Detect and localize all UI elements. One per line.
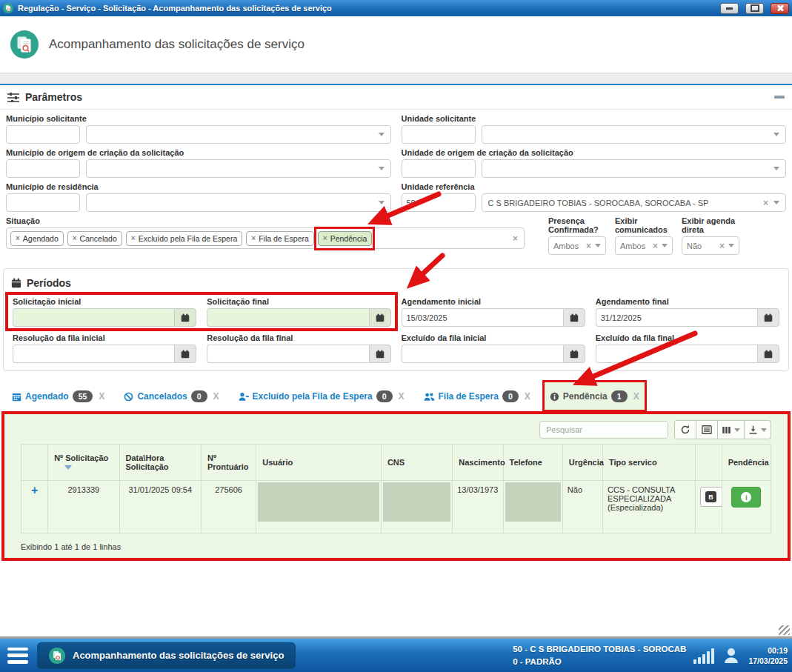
refresh-button[interactable] xyxy=(674,420,696,439)
collapse-minus-icon[interactable] xyxy=(774,96,785,99)
column-header-prontuario[interactable]: Nº Prontuário xyxy=(201,445,256,481)
menu-button[interactable] xyxy=(4,646,31,665)
taskbar-item-active[interactable]: Acompanhamento das solicitações de servi… xyxy=(37,642,296,669)
clear-icon[interactable]: × xyxy=(763,199,768,207)
tab-agendado[interactable]: Agendado 55 X xyxy=(6,382,110,411)
calendar-button[interactable] xyxy=(174,308,196,327)
calendar-button[interactable] xyxy=(757,308,779,327)
excluido-fila-inicial-input[interactable] xyxy=(402,345,563,363)
municipio-solicitante-code-input[interactable] xyxy=(6,125,80,144)
time: 00:19 xyxy=(748,645,788,656)
column-header-urgencia[interactable]: Urgência xyxy=(562,445,602,481)
resolucao-fila-final-input[interactable] xyxy=(207,345,368,363)
cell-data-hora: 31/01/2025 09:54 xyxy=(119,481,201,533)
situacao-chip-agendado[interactable]: ×Agendado xyxy=(10,231,64,246)
maximize-button[interactable] xyxy=(745,3,764,14)
chevron-down-icon xyxy=(379,201,385,204)
clear-icon[interactable]: × xyxy=(586,242,591,250)
tab-close-icon[interactable]: X xyxy=(213,391,219,402)
window-title: Regulação - Serviço - Solicitação - Acom… xyxy=(18,4,713,13)
empty-area xyxy=(0,561,792,641)
user-icon[interactable] xyxy=(722,646,741,665)
column-header-cns[interactable]: CNS xyxy=(381,445,452,481)
tab-close-icon[interactable]: X xyxy=(99,391,104,402)
exibir-comunicados-select[interactable]: Ambos × xyxy=(615,236,673,255)
municipio-origem-select[interactable] xyxy=(86,159,391,178)
redacted-telefone xyxy=(505,482,561,522)
search-input[interactable] xyxy=(539,421,668,439)
close-button[interactable] xyxy=(771,3,789,14)
column-header-data-hora[interactable]: Data\Hora Solicitação xyxy=(119,445,201,481)
calendar-button[interactable] xyxy=(563,308,585,327)
situacao-chip-pendencia[interactable]: ×Pendência xyxy=(318,231,372,246)
remove-tag-icon[interactable]: × xyxy=(16,234,20,242)
agendamento-final-label: Agendamento final xyxy=(596,297,779,307)
chevron-down-icon xyxy=(728,244,734,247)
unidade-solicitante-select[interactable] xyxy=(482,125,787,144)
presenca-confirmada-select[interactable]: Ambos × xyxy=(548,236,606,255)
agendamento-inicial-input[interactable] xyxy=(402,308,563,327)
column-header-tipo-servico[interactable]: Tipo servico xyxy=(603,445,695,481)
sort-desc-icon[interactable] xyxy=(64,465,72,470)
unidade-solicitante-code-input[interactable] xyxy=(402,125,476,144)
remove-tag-icon[interactable]: × xyxy=(323,234,327,242)
calendar-button[interactable] xyxy=(563,345,585,363)
excluido-fila-final-input[interactable] xyxy=(596,345,757,363)
calendar-button[interactable] xyxy=(757,345,779,363)
close-icon xyxy=(776,4,784,12)
export-button[interactable] xyxy=(744,420,771,439)
tab-cancelados[interactable]: Cancelados 0 X xyxy=(118,382,224,411)
periodos-title: Períodos xyxy=(27,277,71,289)
remove-tag-icon[interactable]: × xyxy=(73,234,77,242)
column-header-usuario[interactable]: Usuário xyxy=(256,445,382,481)
tab-fila-de-espera[interactable]: Fila de Espera 0 X xyxy=(418,382,536,411)
column-header-pendencia[interactable]: Pendência xyxy=(722,445,771,481)
situacao-multiselect[interactable]: ×Agendado ×Cancelado ×Excluído pela Fila… xyxy=(6,227,525,249)
tab-close-icon[interactable]: X xyxy=(525,391,530,402)
tab-close-icon[interactable]: X xyxy=(399,391,405,402)
clear-icon[interactable]: × xyxy=(653,242,658,250)
agendamento-final-input[interactable] xyxy=(596,308,757,327)
result-tabs: Agendado 55 X Cancelados 0 X Excluído pe… xyxy=(0,382,792,411)
resize-grip[interactable] xyxy=(779,625,790,635)
columns-button[interactable] xyxy=(717,420,745,439)
tab-pendencia[interactable]: Pendência 1 X xyxy=(544,382,645,411)
municipio-solicitante-select[interactable] xyxy=(86,125,391,144)
tab-excluido-fila-espera[interactable]: Excluído pela Fila de Espera 0 X xyxy=(233,382,410,411)
column-header-telefone[interactable]: Telefone xyxy=(503,445,562,481)
toggle-view-button[interactable] xyxy=(696,420,718,439)
minimize-button[interactable] xyxy=(720,3,739,14)
situacao-chip-excluido[interactable]: ×Excluído pela Fila de Espera xyxy=(126,231,243,246)
clear-all-icon[interactable]: × xyxy=(513,234,518,243)
column-header-nascimento[interactable]: Nascimento xyxy=(453,445,503,481)
clear-icon[interactable]: × xyxy=(719,242,725,250)
tab-close-icon[interactable]: X xyxy=(633,391,639,402)
filter-sliders-icon xyxy=(7,92,19,102)
calendar-button[interactable] xyxy=(174,345,196,363)
exibir-agenda-direta-select[interactable]: Não × xyxy=(682,236,739,255)
unidade-referencia-code-input[interactable] xyxy=(402,193,476,212)
unidade-origem-code-input[interactable] xyxy=(402,159,476,178)
situacao-chip-fila[interactable]: ×Fila de Espera xyxy=(246,231,314,246)
signal-bars-icon xyxy=(693,648,714,664)
unidade-referencia-select[interactable]: C S BRIGADEIRO TOBIAS - SOROCABA, SOROCA… xyxy=(482,193,787,212)
pendencia-info-button[interactable]: i xyxy=(731,487,761,508)
calendar-button[interactable] xyxy=(369,345,391,363)
resolucao-fila-inicial-input[interactable] xyxy=(13,345,174,363)
municipio-origem-code-input[interactable] xyxy=(6,159,80,178)
tab-count-badge: 1 xyxy=(611,390,628,402)
unidade-origem-select[interactable] xyxy=(482,159,787,178)
municipio-residencia-code-input[interactable] xyxy=(6,193,80,212)
calendar-button[interactable] xyxy=(369,308,391,327)
column-header-solicitacao[interactable]: Nº Solicitação xyxy=(48,445,119,481)
remove-tag-icon[interactable]: × xyxy=(251,234,256,242)
solicitacao-final-input[interactable] xyxy=(207,308,368,327)
solicitacao-inicial-input[interactable] xyxy=(13,308,174,327)
results-panel: Nº Solicitação Data\Hora Solicitação Nº … xyxy=(1,411,791,561)
expand-row-button[interactable]: + xyxy=(26,485,43,496)
document-button[interactable]: B xyxy=(700,487,722,507)
municipio-residencia-select[interactable] xyxy=(86,193,391,212)
column-header-actions xyxy=(695,445,722,481)
remove-tag-icon[interactable]: × xyxy=(131,234,136,242)
situacao-chip-cancelado[interactable]: ×Cancelado xyxy=(67,231,122,246)
